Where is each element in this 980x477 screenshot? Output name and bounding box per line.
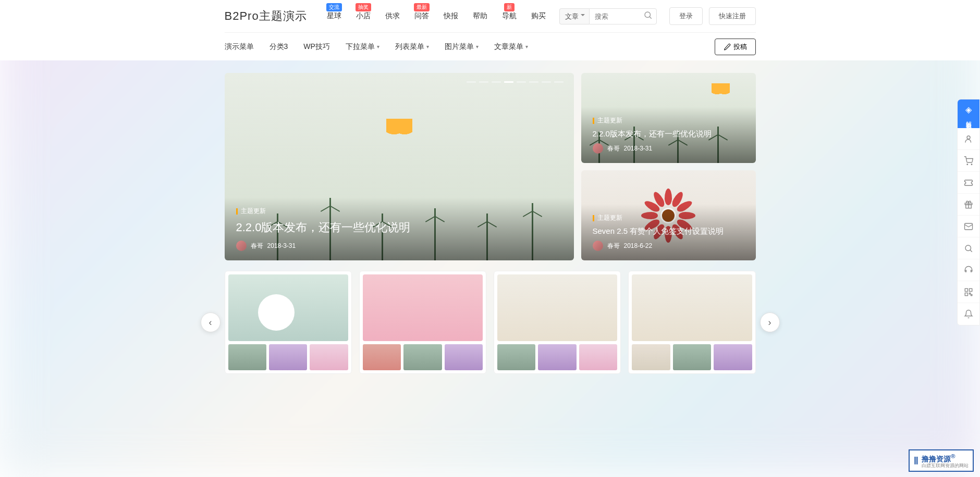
nav-item[interactable]: 问答最新 <box>414 11 429 21</box>
side-card-title: 2.2.0版本发布，还有一些优化说明 <box>593 129 744 139</box>
svg-line-1 <box>650 17 652 19</box>
post-button[interactable]: 投稿 <box>715 39 756 55</box>
nav-item[interactable]: 导航新 <box>502 11 517 21</box>
svg-rect-14 <box>970 293 971 294</box>
svg-rect-12 <box>970 288 972 291</box>
nav-item[interactable]: 帮助 <box>473 11 487 21</box>
carousel-next-button[interactable]: › <box>760 312 780 332</box>
gift-icon[interactable] <box>958 194 979 216</box>
mail-icon[interactable] <box>958 216 979 237</box>
side-card-title: Seven 2.5 有赞个人免签支付设置说明 <box>593 227 744 236</box>
side-card[interactable]: 主题更新 2.2.0版本发布，还有一些优化说明 春哥2018-3-31 <box>581 73 756 163</box>
nav-item[interactable]: 供求 <box>385 11 400 21</box>
search-category-select[interactable]: 文章 <box>559 8 589 24</box>
avatar[interactable] <box>593 241 603 251</box>
chevron-down-icon: ▾ <box>377 44 379 49</box>
headset-icon[interactable] <box>958 259 979 281</box>
diamond-icon: ◈ <box>961 105 976 115</box>
bell-icon[interactable] <box>958 303 979 325</box>
search-icon[interactable] <box>958 237 979 259</box>
search-icon[interactable] <box>643 10 653 22</box>
author-name[interactable]: 春哥 <box>251 242 263 250</box>
subnav-item[interactable]: 图片菜单▾ <box>445 42 479 52</box>
category-tag[interactable]: 主题更新 <box>236 207 266 216</box>
svg-rect-13 <box>965 293 967 295</box>
carousel-card[interactable] <box>359 271 486 374</box>
login-button[interactable]: 登录 <box>669 7 703 25</box>
subnav-item[interactable]: WP技巧 <box>303 42 330 52</box>
subnav-item[interactable]: 下拉菜单▾ <box>346 42 379 52</box>
svg-point-0 <box>645 12 651 18</box>
svg-point-9 <box>965 245 971 251</box>
chevron-down-icon: ▾ <box>525 44 528 49</box>
chevron-down-icon: ▾ <box>426 44 429 49</box>
subnav-item[interactable]: 文章菜单▾ <box>494 42 528 52</box>
avatar[interactable] <box>593 143 603 154</box>
cart-icon[interactable] <box>958 150 979 172</box>
avatar[interactable] <box>236 241 247 251</box>
nav-item[interactable]: 小店抽奖 <box>356 11 371 21</box>
svg-rect-15 <box>971 294 972 295</box>
nav-item[interactable]: 购买 <box>531 11 546 21</box>
nav-item[interactable]: 快报 <box>444 11 458 21</box>
nav-item[interactable]: 星球交流 <box>327 11 341 21</box>
carousel-card[interactable] <box>225 271 352 374</box>
hero-main-slide[interactable]: 主题更新 2.2.0版本发布，还有一些优化说明 春哥 2018-3-31 <box>225 73 574 260</box>
post-date: 2018-3-31 <box>267 242 296 249</box>
user-icon[interactable] <box>958 128 979 150</box>
svg-line-10 <box>970 250 972 252</box>
chevron-down-icon: ▾ <box>476 44 479 49</box>
svg-point-3 <box>967 164 968 165</box>
qrcode-icon[interactable] <box>958 281 979 303</box>
subnav-item[interactable]: 分类3 <box>270 42 288 52</box>
carousel-card[interactable] <box>628 271 755 374</box>
nav-badge: 抽奖 <box>356 3 371 11</box>
subnav-item[interactable]: 列表菜单▾ <box>395 42 429 52</box>
ticket-icon[interactable] <box>958 172 979 194</box>
hero-title: 2.2.0版本发布，还有一些优化说明 <box>236 220 562 235</box>
side-card[interactable]: 主题更新 Seven 2.5 有赞个人免签支付设置说明 春哥2018-6-22 <box>581 170 756 260</box>
svg-point-2 <box>967 136 970 139</box>
nav-badge: 新 <box>504 3 514 11</box>
carousel-prev-button[interactable]: ‹ <box>201 312 220 332</box>
vip-unlock-button[interactable]: ◈ 解锁会员权限 <box>958 99 979 128</box>
svg-point-4 <box>971 164 972 165</box>
nav-badge: 最新 <box>414 3 430 11</box>
subnav-item[interactable]: 演示菜单 <box>225 42 254 52</box>
register-button[interactable]: 快速注册 <box>709 7 756 25</box>
site-logo[interactable]: B2Pro主题演示 <box>225 8 307 24</box>
slider-pagination[interactable] <box>467 81 564 83</box>
carousel-card[interactable] <box>494 271 621 374</box>
nav-badge: 交流 <box>326 3 342 11</box>
svg-rect-11 <box>965 288 967 291</box>
